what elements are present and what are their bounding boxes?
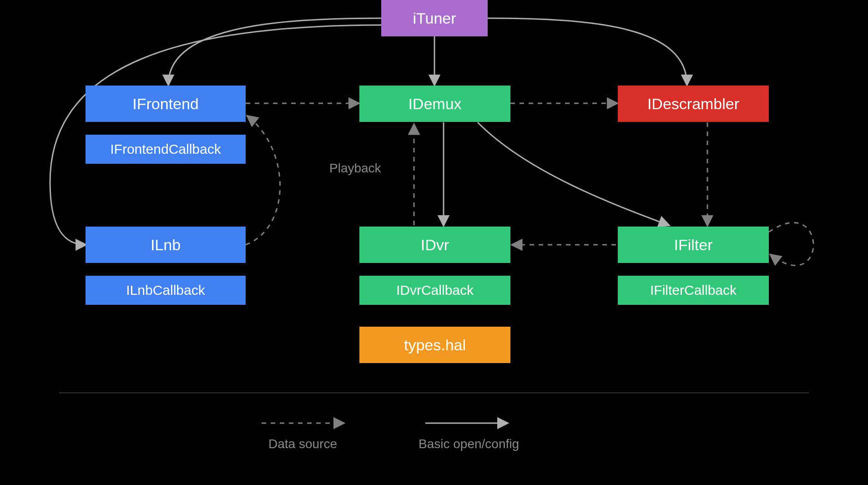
box-idvr-label: IDvr [421,236,449,254]
box-idemux-label: IDemux [408,95,461,113]
box-ifrontend-callback: IFrontendCallback [86,135,246,164]
box-idescrambler-label: IDescrambler [647,95,739,113]
edge-ituner-ifrontend [168,18,381,85]
box-ifilter: IFilter [618,227,769,263]
box-ifilter-callback-label: IFilterCallback [650,283,737,298]
box-types: types.hal [359,327,510,363]
box-ituner-label: iTuner [413,10,456,27]
box-idvr: IDvr [359,227,510,263]
box-types-label: types.hal [404,336,466,354]
box-idvr-callback-label: IDvrCallback [396,283,474,298]
box-ituner: iTuner [381,0,488,36]
legend-separator [59,393,809,393]
box-ifilter-callback: IFilterCallback [618,276,769,305]
box-ifrontend-callback-label: IFrontendCallback [110,141,221,157]
box-ifilter-label: IFilter [674,236,713,254]
box-ifrontend: IFrontend [86,86,246,122]
box-idescrambler: IDescrambler [618,86,769,122]
box-ilnb-callback: ILnbCallback [86,276,246,305]
box-ilnb-label: ILnb [151,236,181,254]
box-ifrontend-label: IFrontend [132,95,199,113]
edge-idemux-ifilter [478,122,669,225]
diagram-canvas: iTuner IFrontend IFrontendCallback IDemu… [0,0,868,485]
box-ilnb: ILnb [86,227,246,263]
box-idvr-callback: IDvrCallback [359,276,510,305]
box-idemux: IDemux [359,86,510,122]
edge-ilnb-ifrontend [246,116,280,245]
legend-data-source: Data source [268,437,337,451]
legend-basic: Basic open/config [419,437,519,451]
edge-ituner-idescrambler [488,18,687,85]
box-ilnb-callback-label: ILnbCallback [126,283,205,298]
edge-ifilter-self [769,222,813,265]
label-playback: Playback [329,161,381,176]
